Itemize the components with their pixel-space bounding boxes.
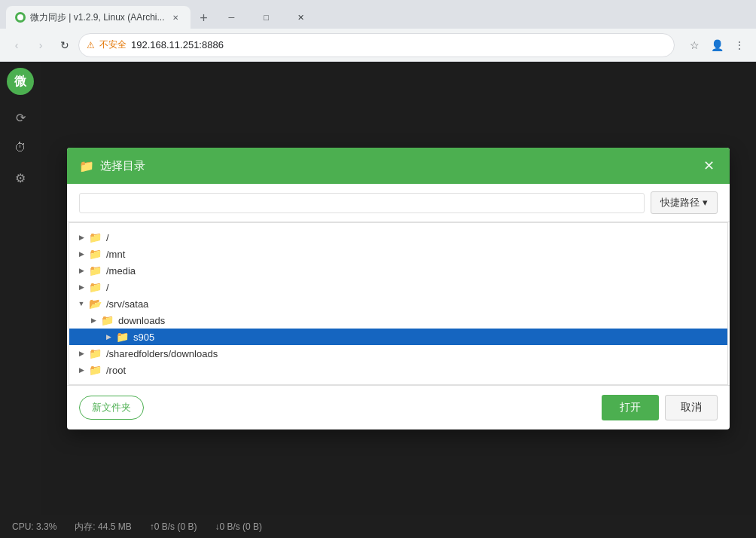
upload-status: ↑0 B/s (0 B): [150, 521, 197, 532]
tree-item-srv-sataa[interactable]: ▼ 📂 /srv/sataa: [69, 295, 727, 312]
browser-controls: ‹ › ↻ ⚠ 不安全 192.168.11.251:8886 ☆ 👤 ⋮: [0, 29, 756, 62]
tab-bar: 微力同步 | v1.2.9, Linux (AArchi... ✕ + ─ □ …: [0, 0, 756, 29]
tree-label: /media: [106, 265, 136, 277]
folder-icon: 📁: [89, 248, 102, 260]
close-window-button[interactable]: ✕: [284, 3, 319, 32]
open-button[interactable]: 打开: [602, 395, 659, 420]
new-folder-button[interactable]: 新文件夹: [79, 396, 144, 420]
tree-label: /: [106, 282, 109, 293]
tree-label: /: [106, 232, 109, 243]
folder-icon: 📁: [89, 364, 102, 376]
expand-toggle[interactable]: ▶: [87, 314, 99, 326]
tree-item-media[interactable]: ▶ 📁 /media: [69, 262, 727, 279]
tree-item-s905[interactable]: ▶ 📁 s905: [69, 329, 727, 345]
dialog-folder-icon: 📁: [79, 159, 94, 173]
tab-favicon: [15, 12, 26, 23]
sidebar-icon-history[interactable]: ⏱: [7, 134, 34, 161]
dialog-close-button[interactable]: ✕: [700, 157, 718, 175]
tree-label: downloads: [118, 315, 165, 326]
expand-toggle[interactable]: ▶: [102, 331, 114, 343]
quick-path-label: 快捷路径 ▾: [660, 196, 708, 209]
directory-select-dialog: 📁 选择目录 ✕ 快捷路径 ▾: [67, 148, 730, 429]
main-area: 📁 选择目录 ✕ 快捷路径 ▾: [41, 62, 756, 515]
refresh-button[interactable]: ↻: [54, 35, 75, 56]
folder-icon: 📁: [89, 347, 102, 359]
path-input[interactable]: [79, 193, 645, 213]
active-tab[interactable]: 微力同步 | v1.2.9, Linux (AArchi... ✕: [6, 6, 191, 29]
browser-chrome: 微力同步 | v1.2.9, Linux (AArchi... ✕ + ─ □ …: [0, 0, 756, 62]
dialog-footer: 新文件夹 打开 取消: [67, 385, 730, 429]
expand-toggle[interactable]: ▶: [75, 364, 87, 376]
folder-icon: 📁: [101, 314, 114, 326]
sidebar-icon-sync[interactable]: ⟳: [7, 104, 34, 131]
expand-toggle[interactable]: ▶: [75, 281, 87, 293]
back-button[interactable]: ‹: [6, 35, 27, 56]
expand-toggle[interactable]: ▶: [75, 347, 87, 359]
download-status: ↓0 B/s (0 B): [215, 521, 262, 532]
expand-toggle[interactable]: ▶: [75, 264, 87, 277]
security-warning-icon: ⚠: [87, 40, 95, 50]
url-text: 192.168.11.251:8886: [131, 39, 224, 50]
tree-item-root1[interactable]: ▶ 📁 /: [69, 229, 727, 246]
tree-item-root2[interactable]: ▶ 📁 /: [69, 279, 727, 295]
new-tab-button[interactable]: +: [194, 8, 215, 29]
window-controls: ─ □ ✕: [215, 3, 319, 32]
tree-label: /mnt: [106, 249, 125, 260]
account-icon[interactable]: 👤: [706, 35, 727, 56]
expand-toggle[interactable]: ▶: [75, 248, 87, 260]
expand-toggle[interactable]: ▶: [75, 231, 87, 243]
sidebar: 微 ⟳ ⏱ ⚙: [0, 62, 41, 515]
modal-overlay: 📁 选择目录 ✕ 快捷路径 ▾: [41, 62, 756, 515]
app-content: 微 ⟳ ⏱ ⚙ 📁 选择目录 ✕ 快捷路: [0, 62, 756, 515]
dialog-header: 📁 选择目录 ✕: [67, 148, 730, 184]
tree-label: /root: [106, 365, 126, 376]
tab-title: 微力同步 | v1.2.9, Linux (AArchi...: [30, 11, 165, 24]
expand-toggle[interactable]: ▼: [75, 298, 87, 310]
tree-label: s905: [133, 332, 154, 343]
browser-right-icons: ☆ 👤 ⋮: [684, 35, 750, 56]
sidebar-icon-settings[interactable]: ⚙: [7, 164, 34, 191]
tree-item-downloads[interactable]: ▶ 📁 downloads: [69, 312, 727, 329]
tree-label: /sharedfolders/downloads: [106, 348, 218, 359]
cancel-button[interactable]: 取消: [665, 395, 718, 420]
file-tree[interactable]: ▶ 📁 / ▶ 📁 /mnt ▶ 📁 /media: [69, 222, 728, 385]
folder-icon: 📁: [89, 281, 102, 293]
menu-icon[interactable]: ⋮: [729, 35, 750, 56]
tree-label: /srv/sataa: [106, 298, 148, 310]
minimize-button[interactable]: ─: [215, 3, 249, 32]
bookmark-star-icon[interactable]: ☆: [684, 35, 705, 56]
status-bar: CPU: 3.3% 内存: 44.5 MB ↑0 B/s (0 B) ↓0 B/…: [0, 515, 756, 538]
tree-item-mnt[interactable]: ▶ 📁 /mnt: [69, 246, 727, 262]
folder-icon: 📁: [116, 331, 129, 343]
tree-item-sharedfolders[interactable]: ▶ 📁 /sharedfolders/downloads: [69, 345, 727, 362]
tab-close-button[interactable]: ✕: [169, 11, 181, 23]
insecure-label: 不安全: [99, 38, 127, 51]
folder-icon: 📁: [89, 264, 102, 277]
dialog-body: 快捷路径 ▾ ▶ 📁 / ▶ 📁 /mnt: [67, 184, 730, 385]
folder-icon: 📁: [89, 231, 102, 243]
forward-button[interactable]: ›: [30, 35, 51, 56]
path-bar: 快捷路径 ▾: [67, 184, 730, 222]
tree-item-root-home[interactable]: ▶ 📁 /root: [69, 362, 727, 378]
memory-status: 内存: 44.5 MB: [75, 521, 131, 533]
app-logo: 微: [7, 68, 34, 95]
maximize-button[interactable]: □: [249, 3, 284, 32]
quick-path-button[interactable]: 快捷路径 ▾: [651, 191, 718, 214]
dialog-title: 选择目录: [100, 159, 694, 173]
folder-icon: 📂: [89, 298, 102, 310]
address-bar[interactable]: ⚠ 不安全 192.168.11.251:8886: [78, 33, 675, 57]
footer-actions: 打开 取消: [602, 395, 718, 420]
cpu-status: CPU: 3.3%: [12, 521, 56, 532]
